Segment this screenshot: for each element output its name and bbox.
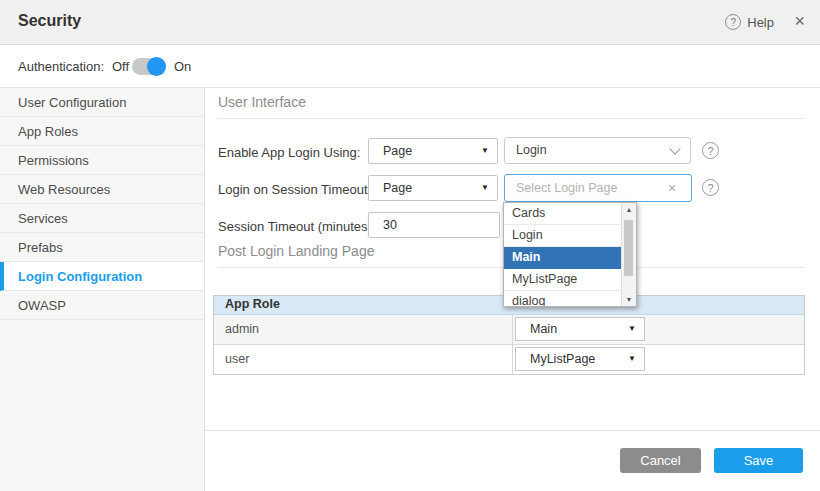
help-label: Help [747, 15, 774, 30]
caret-down-icon: ▼ [481, 176, 489, 200]
sidebar-item-owasp[interactable]: OWASP [0, 291, 204, 320]
session-timeout-login-label: Login on Session Timeout: [218, 182, 371, 197]
page-title: Security [18, 12, 81, 30]
sidebar-item-permissions[interactable]: Permissions [0, 146, 204, 175]
save-button[interactable]: Save [714, 448, 803, 473]
enable-login-page-value: Login [516, 143, 547, 157]
dropdown-item-login[interactable]: Login [504, 225, 621, 247]
landing-page-table: App Role admin Main ▼ user MyListPage ▼ [213, 295, 805, 375]
enable-login-help-icon[interactable]: ? [702, 142, 719, 159]
help-icon: ? [725, 14, 741, 30]
timeout-login-type-select[interactable]: Page ▼ [368, 175, 498, 201]
sidebar-item-user-configuration[interactable]: User Configuration [0, 88, 204, 117]
help-button[interactable]: ? Help [725, 14, 774, 30]
footer-divider [205, 430, 820, 431]
scrollbar-track[interactable] [622, 216, 636, 293]
sidebar: User Configuration App Roles Permissions… [0, 88, 205, 491]
landing-page-cell: MyListPage ▼ [513, 345, 804, 374]
cancel-button[interactable]: Cancel [620, 448, 701, 473]
landing-page-select-admin[interactable]: Main ▼ [515, 317, 645, 341]
authentication-toggle[interactable] [132, 58, 165, 75]
session-timeout-minutes-label: Session Timeout (minutes): [218, 219, 376, 234]
authentication-label: Authentication: [18, 59, 104, 74]
sidebar-item-app-roles[interactable]: App Roles [0, 117, 204, 146]
scroll-down-icon[interactable]: ▼ [626, 293, 633, 306]
dropdown-scrollbar[interactable]: ▲ ▼ [621, 203, 636, 306]
dropdown-item-dialog[interactable]: dialog [504, 291, 621, 306]
scroll-up-icon[interactable]: ▲ [626, 203, 633, 216]
caret-down-icon: ▼ [628, 318, 636, 340]
table-row: admin Main ▼ [214, 315, 804, 345]
sidebar-item-login-configuration[interactable]: Login Configuration [0, 262, 204, 291]
landing-page-select-user[interactable]: MyListPage ▼ [515, 347, 645, 371]
sidebar-item-services[interactable]: Services [0, 204, 204, 233]
timeout-login-help-icon[interactable]: ? [702, 179, 719, 196]
enable-login-type-select[interactable]: Page ▼ [368, 138, 498, 164]
dropdown-list: Cards Login Main MyListPage dialog [504, 203, 621, 306]
caret-down-icon: ▼ [628, 348, 636, 370]
sidebar-item-web-resources[interactable]: Web Resources [0, 175, 204, 204]
sidebar-item-prefabs[interactable]: Prefabs [0, 233, 204, 262]
table-row: user MyListPage ▼ [214, 345, 804, 374]
chevron-down-icon [669, 143, 680, 154]
role-cell: user [214, 345, 513, 374]
landing-page-value: Main [530, 322, 557, 336]
enable-login-type-value: Page [383, 144, 412, 158]
scrollbar-thumb[interactable] [624, 220, 633, 276]
dropdown-item-cards[interactable]: Cards [504, 203, 621, 225]
enable-login-page-combobox[interactable]: Login [504, 137, 691, 164]
clear-icon[interactable]: × [668, 180, 676, 196]
dropdown-item-main[interactable]: Main [504, 247, 621, 269]
toggle-on-label: On [174, 59, 191, 74]
select-login-page-input[interactable] [504, 174, 692, 202]
landing-page-cell: Main ▼ [513, 315, 804, 344]
toggle-knob [147, 57, 166, 76]
dropdown-item-mylistpage[interactable]: MyListPage [504, 269, 621, 291]
landing-page-value: MyListPage [530, 352, 595, 366]
timeout-login-type-value: Page [383, 181, 412, 195]
window-header: Security ? Help × [0, 0, 820, 45]
toggle-off-label: Off [112, 59, 129, 74]
enable-app-login-label: Enable App Login Using: [218, 145, 360, 160]
close-icon[interactable]: × [794, 11, 805, 32]
login-page-dropdown: Cards Login Main MyListPage dialog ▲ ▼ [503, 202, 637, 307]
caret-down-icon: ▼ [481, 139, 489, 163]
session-timeout-input[interactable] [368, 212, 500, 238]
role-cell: admin [214, 315, 513, 344]
section-title-user-interface: User Interface [218, 94, 805, 119]
authentication-bar: Authentication: Off On [0, 45, 820, 88]
table-header-app-role: App Role [214, 296, 513, 314]
